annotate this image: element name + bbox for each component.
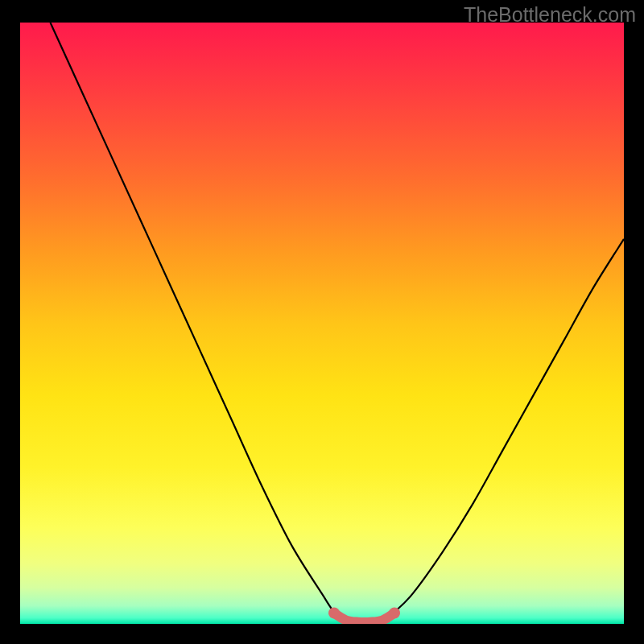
optimal-range-end-dot	[389, 608, 400, 619]
curve-svg	[20, 23, 624, 624]
chart-frame: TheBottleneck.com	[0, 0, 644, 644]
optimal-range-path	[334, 613, 394, 622]
optimal-range-start-dot	[328, 608, 340, 619]
bottleneck-curve-path	[51, 23, 625, 623]
plot-area	[20, 23, 624, 624]
